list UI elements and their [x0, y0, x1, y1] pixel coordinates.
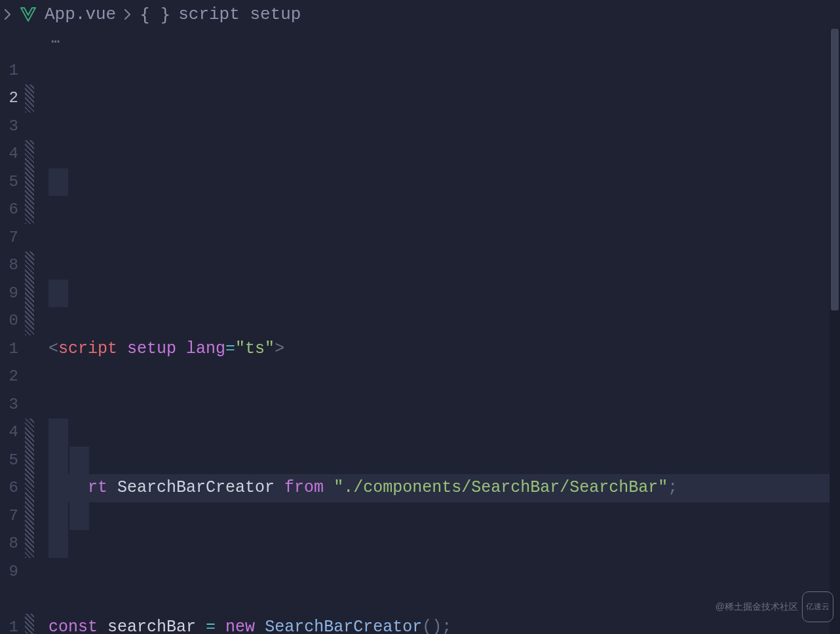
folded-region[interactable]: ⋯	[0, 29, 840, 57]
vertical-scrollbar[interactable]	[830, 29, 840, 634]
code-line[interactable]: <script setup lang="ts">	[48, 335, 840, 364]
code-editor[interactable]: 1 2 3 4 5 6 7 8 9 0 1 2 3 4 5 6 7 8 9 1	[0, 57, 840, 635]
code-area[interactable]: <script setup lang="ts"> import SearchBa…	[37, 57, 840, 635]
symbol-icon: { }	[140, 1, 170, 29]
watermark: @稀土掘金技术社区 亿速云	[716, 591, 833, 623]
breadcrumb-symbol[interactable]: script setup	[178, 1, 301, 29]
vue-file-icon	[20, 7, 37, 22]
chevron-right-icon	[124, 9, 132, 20]
scrollbar-thumb[interactable]	[831, 29, 839, 310]
ellipsis-icon: ⋯	[39, 29, 61, 57]
diff-gutter	[22, 57, 37, 635]
code-line[interactable]: import SearchBarCreator from "./componen…	[48, 474, 840, 502]
line-number-gutter: 1 2 3 4 5 6 7 8 9 0 1 2 3 4 5 6 7 8 9 1	[0, 57, 22, 635]
watermark-brand: 亿速云	[802, 591, 833, 623]
breadcrumb: App.vue { } script setup	[0, 0, 840, 29]
chevron-right-icon	[4, 9, 12, 20]
breadcrumb-file[interactable]: App.vue	[45, 1, 116, 29]
watermark-text: @稀土掘金技术社区	[716, 593, 798, 621]
